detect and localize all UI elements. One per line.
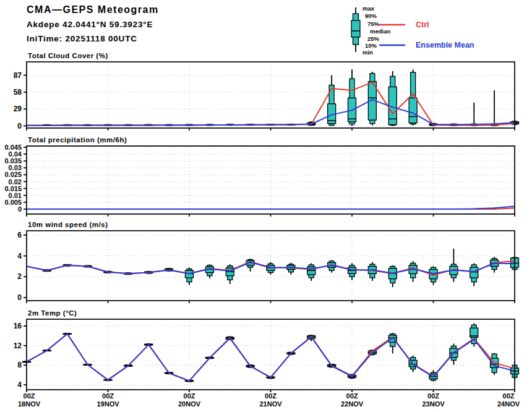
svg-text:00Z: 00Z [346, 392, 358, 400]
svg-text:0.005: 0.005 [4, 199, 22, 206]
svg-text:8: 8 [17, 361, 22, 369]
svg-text:0: 0 [17, 122, 22, 131]
svg-text:20NOV: 20NOV [178, 400, 201, 408]
svg-text:0.02: 0.02 [9, 178, 22, 186]
svg-text:22NOV: 22NOV [341, 400, 364, 408]
svg-text:2: 2 [17, 272, 22, 281]
svg-text:29: 29 [14, 105, 22, 113]
svg-text:0.035: 0.035 [4, 157, 22, 165]
svg-text:16: 16 [14, 322, 22, 330]
svg-text:58: 58 [14, 88, 22, 97]
svg-text:23NOV: 23NOV [422, 400, 445, 408]
svg-text:0: 0 [18, 205, 22, 213]
svg-text:4: 4 [17, 252, 22, 260]
svg-text:00Z: 00Z [503, 392, 515, 400]
svg-text:21NOV: 21NOV [259, 400, 282, 408]
meteogram-charts: 029588700.0050.010.0150.020.0250.030.035… [0, 0, 532, 412]
svg-text:0: 0 [17, 293, 22, 302]
meteogram-page: CMA—GEPS Meteogram Akdepe 42.0441°N 59.3… [0, 0, 532, 412]
svg-text:6: 6 [17, 231, 22, 239]
svg-text:4: 4 [17, 380, 22, 389]
svg-text:0.045: 0.045 [4, 144, 22, 151]
svg-text:19NOV: 19NOV [97, 400, 119, 408]
svg-text:12: 12 [14, 341, 22, 350]
svg-text:24NOV: 24NOV [497, 400, 520, 408]
svg-text:18NOV: 18NOV [18, 400, 41, 408]
svg-text:00Z: 00Z [427, 392, 439, 400]
svg-text:0.015: 0.015 [4, 185, 22, 192]
svg-text:0.03: 0.03 [9, 164, 22, 171]
svg-text:00Z: 00Z [24, 392, 35, 400]
svg-text:00Z: 00Z [102, 392, 114, 400]
svg-text:0.04: 0.04 [9, 150, 22, 158]
svg-text:00Z: 00Z [184, 392, 195, 400]
svg-text:87: 87 [14, 71, 22, 80]
svg-text:0.025: 0.025 [4, 171, 22, 178]
svg-text:0.01: 0.01 [9, 192, 22, 199]
svg-text:00Z: 00Z [265, 392, 277, 400]
